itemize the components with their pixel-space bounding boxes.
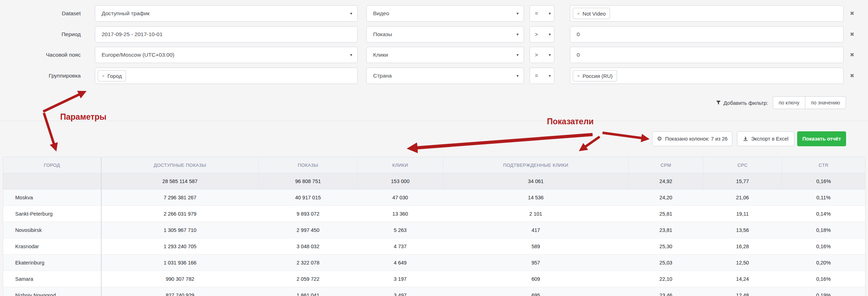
filter-value-field-3[interactable]: 0 [570, 47, 844, 63]
totals-cell: 15,77 [703, 173, 782, 189]
filter-value-field-1[interactable]: ×Not Video [570, 5, 844, 22]
timezone-select[interactable]: Europe/Moscow (UTC+03:00)▾ [95, 47, 358, 63]
column-header-1[interactable]: ГОРОД [3, 157, 101, 173]
value-cell: 0,16% [782, 271, 866, 287]
add-filter-row: Добавить фильтр: по ключу по значению [716, 96, 846, 109]
arrow-to-columns-button [603, 133, 647, 139]
value-cell: 14,24 [703, 271, 782, 287]
value-cell: 5 263 [358, 222, 443, 238]
value-cell: 22,10 [629, 271, 703, 287]
caret-down-icon: ▾ [516, 6, 519, 21]
filter-metric-select-2[interactable]: Показы▾ [366, 26, 524, 42]
value-cell: 695 [443, 287, 629, 296]
totals-cell: 0,16% [782, 173, 866, 189]
caret-down-icon: ▾ [350, 6, 352, 21]
caret-down-icon: ▾ [516, 47, 519, 63]
city-cell: Ekaterinburg [3, 255, 101, 271]
grouping-tag-remove-icon[interactable]: × [102, 74, 105, 78]
field-value: = [530, 10, 538, 17]
filter-value-4-tag-remove-icon[interactable]: × [577, 74, 580, 78]
filter-metric-select-3[interactable]: Клики▾ [366, 47, 524, 63]
export-excel-label: Экспорт в Excel [751, 136, 789, 142]
filter-metric-select-4[interactable]: Страна▾ [366, 68, 524, 84]
filter-operator-select-3[interactable]: >▾ [530, 47, 554, 63]
value-cell: 0,14% [782, 206, 866, 222]
value-cell: 7 296 381 267 [101, 189, 259, 206]
period-input[interactable]: 2017-09-25 - 2017-10-01 [95, 26, 358, 42]
value-cell: 1 861 041 [259, 287, 358, 296]
value-cell: 12,50 [703, 255, 782, 271]
arrow-to-confirmed-clicks-column [581, 137, 600, 150]
shown-columns-button[interactable]: ⚙ Показано колонок: 7 из 26 [652, 131, 732, 146]
arrow-to-grouping-field [43, 92, 84, 112]
filter-metric-select-1[interactable]: Видео▾ [366, 5, 524, 22]
filter-value-field-2[interactable]: 0 [570, 26, 844, 42]
table-header-row: ГОРОДДОСТУПНЫЕ ПОКАЗЫПОКАЗЫКЛИКИПОДТВЕРЖ… [3, 157, 866, 173]
filter-operator-select-4[interactable]: =▾ [530, 68, 554, 84]
filter-value-1-tag-remove-icon[interactable]: × [577, 11, 580, 16]
totals-cell: 153 000 [358, 173, 443, 189]
grouping-tags-field[interactable]: ×Город [95, 68, 358, 84]
filter-remove-button-2[interactable]: ✖ [847, 26, 857, 42]
field-value: > [530, 31, 538, 38]
caret-down-icon: ▾ [350, 47, 352, 63]
value-cell: 4 649 [358, 255, 443, 271]
export-excel-button[interactable]: Экспорт в Excel [737, 131, 794, 146]
filter-remove-button-1[interactable]: ✖ [847, 5, 857, 22]
column-header-3[interactable]: ПОКАЗЫ [259, 157, 358, 173]
value-cell: 1 305 967 710 [101, 222, 259, 238]
value-cell: 417 [443, 222, 629, 238]
totals-cell: 24,92 [629, 173, 703, 189]
dataset-select[interactable]: Доступный трафик▾ [95, 5, 358, 22]
table-row: Nizhniy Novgorod827 740 9291 861 0413 49… [3, 287, 866, 296]
section-divider [0, 121, 868, 121]
add-filter-button-group: по ключу по значению [773, 96, 846, 109]
filter-remove-button-3[interactable]: ✖ [847, 47, 857, 63]
value-cell: 47 030 [358, 189, 443, 206]
value-cell: 0,20% [782, 255, 866, 271]
caret-down-icon: ▾ [549, 6, 551, 21]
column-header-2[interactable]: ДОСТУПНЫЕ ПОКАЗЫ [101, 157, 259, 173]
value-cell: 609 [443, 271, 629, 287]
city-cell: Samara [3, 271, 101, 287]
caret-down-icon: ▾ [516, 27, 519, 42]
filter-operator-select-1[interactable]: =▾ [530, 5, 554, 22]
add-filter-by-value-button[interactable]: по значению [805, 96, 846, 109]
value-cell: 990 307 782 [101, 271, 259, 287]
add-filter-label: Добавить фильтр: [724, 100, 768, 106]
add-filter-by-key-button[interactable]: по ключу [773, 96, 805, 109]
column-header-8[interactable]: CTR [782, 157, 866, 173]
filter-value-4-tag-label: Россия (RU) [583, 73, 613, 79]
value-cell: 3 497 [358, 287, 443, 296]
value-cell: 19,11 [703, 206, 782, 222]
filter-label-dataset: Dataset [0, 5, 81, 22]
field-value: Europe/Moscow (UTC+03:00) [95, 52, 174, 58]
value-cell: 0,19% [782, 287, 866, 296]
table-row: Samara990 307 7822 059 7223 19760922,101… [3, 271, 866, 287]
totals-row: 28 585 114 58796 808 751153 00034 06124,… [3, 173, 866, 189]
column-header-6[interactable]: CPM [629, 157, 703, 173]
add-filter-label-wrap: Добавить фильтр: [716, 100, 768, 106]
column-header-5[interactable]: ПОДТВЕРЖДЕННЫЕ КЛИКИ [443, 157, 629, 173]
value-cell: 0,11% [782, 189, 866, 206]
column-header-7[interactable]: CPC [703, 157, 782, 173]
arrow-to-clicks-column [410, 135, 593, 148]
filter-value-field-4[interactable]: ×Россия (RU) [570, 68, 844, 84]
filter-value-1-tag-label: Not Video [583, 11, 606, 17]
column-header-4[interactable]: КЛИКИ [358, 157, 443, 173]
value-cell: 14 536 [443, 189, 629, 206]
value-cell: 2 997 450 [259, 222, 358, 238]
value-cell: 21,06 [703, 189, 782, 206]
grouping-tag-label: Город [108, 73, 122, 79]
value-cell: 2 266 031 979 [101, 206, 259, 222]
filter-label-grouping: Группировка [0, 68, 81, 84]
city-cell: Sankt-Peterburg [3, 206, 101, 222]
value-cell: 957 [443, 255, 629, 271]
city-cell: Nizhniy Novgorod [3, 287, 101, 296]
show-report-button[interactable]: Показать отчёт [797, 131, 846, 146]
filter-remove-button-4[interactable]: ✖ [847, 68, 857, 84]
city-cell: Moskva [3, 189, 101, 206]
filter-operator-select-2[interactable]: >▾ [530, 26, 554, 42]
field-value: 2017-09-25 - 2017-10-01 [95, 31, 162, 38]
value-cell: 13,56 [703, 222, 782, 238]
